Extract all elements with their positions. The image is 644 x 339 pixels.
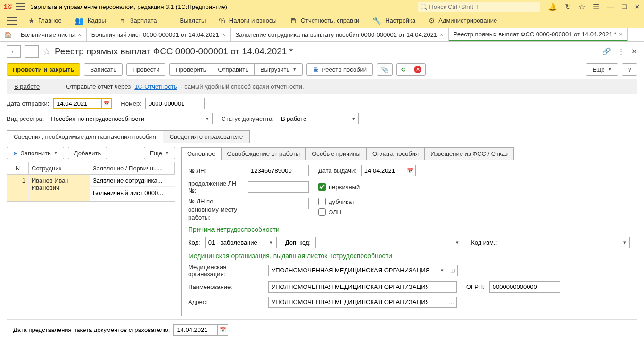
menu-admin[interactable]: ⚙Администрирование	[422, 13, 504, 28]
kind-input[interactable]	[48, 113, 202, 124]
forward-button[interactable]: →	[25, 45, 39, 58]
minimize-icon[interactable]: —	[607, 2, 614, 11]
menu-nastroika[interactable]: 🔧Настройка	[366, 13, 422, 28]
addr-input[interactable]	[268, 297, 446, 308]
menu-burger-icon[interactable]	[7, 17, 17, 25]
close-icon[interactable]: ×	[440, 31, 444, 38]
fill-button[interactable]: ➤Заполнить▼	[7, 147, 64, 159]
chevron-down-icon[interactable]: ▾	[619, 237, 630, 248]
status-input[interactable]	[278, 113, 348, 124]
app-title: Зарплата и управление персоналом, редакц…	[30, 3, 227, 10]
filter-icon[interactable]: ☰	[593, 2, 599, 11]
check-button[interactable]: Проверить	[169, 63, 212, 76]
menu-kadry[interactable]: 👥Кадры	[68, 13, 113, 28]
back-button[interactable]: ←	[7, 45, 21, 58]
refresh-button[interactable]: ↻	[396, 63, 410, 76]
post-button[interactable]: Провести	[126, 63, 166, 76]
code-input[interactable]	[205, 237, 266, 248]
chevron-down-icon[interactable]: ▾	[452, 237, 462, 248]
menu-label: Зарплата	[130, 17, 157, 24]
star-icon[interactable]: ☆	[578, 2, 585, 11]
medorg-input[interactable]	[268, 265, 437, 276]
close-icon[interactable]: ×	[222, 31, 226, 38]
tab-registry[interactable]: Реестр прямых выплат ФСС 0000-000001 от …	[449, 28, 628, 41]
chevron-down-icon[interactable]: ▾	[437, 265, 447, 276]
calendar-icon[interactable]: 📅	[405, 165, 416, 176]
kind-label: Вид реестра:	[7, 115, 44, 122]
codechg-input[interactable]	[502, 237, 619, 248]
menu-otchetnost[interactable]: 🗎Отчетность, справки	[283, 13, 366, 28]
number-input[interactable]	[145, 98, 205, 109]
info-link[interactable]: 1С-Отчетность	[134, 83, 177, 90]
table-row[interactable]: 1 Иванов Иван Иванович Заявление сотрудн…	[7, 175, 175, 201]
menu-nalogi[interactable]: %Налоги и взносы	[212, 13, 283, 28]
menu-main[interactable]: ★Главное	[22, 13, 68, 28]
cont-input[interactable]	[248, 181, 309, 193]
attach-button[interactable]: 📎	[377, 63, 393, 76]
tab-svedeniya[interactable]: Сведения, необходимые для назначения пос…	[7, 130, 163, 143]
favorite-icon[interactable]: ☆	[42, 46, 51, 57]
chevron-down-icon[interactable]: ▾	[266, 237, 277, 248]
close-icon[interactable]: ✕	[634, 2, 640, 11]
post-close-button[interactable]: Провести и закрыть	[7, 63, 80, 76]
addcode-input[interactable]	[315, 237, 452, 248]
home-tab[interactable]: 🏠	[0, 28, 16, 41]
close-icon[interactable]: ×	[619, 31, 623, 38]
add-button[interactable]: Добавить	[68, 147, 107, 159]
chevron-down-icon[interactable]: ▾	[202, 113, 213, 124]
help-button[interactable]: ?	[622, 63, 637, 76]
ln-input[interactable]	[248, 165, 309, 176]
col-n[interactable]: N	[7, 162, 29, 174]
col-employee[interactable]: Сотрудник	[29, 162, 90, 174]
bell-icon[interactable]: 🔔	[548, 2, 557, 11]
col-doc[interactable]: Заявление / Первичны...	[90, 162, 175, 174]
subtab-main[interactable]: Основное	[181, 147, 222, 160]
registry-button[interactable]: 🖶Реестр пособий	[306, 63, 373, 76]
search-input[interactable]	[418, 2, 540, 12]
primary-check[interactable]: первичный	[318, 183, 360, 191]
history-icon[interactable]: ↻	[565, 2, 571, 11]
issue-input[interactable]	[361, 165, 405, 176]
people-icon: 👥	[75, 17, 84, 25]
burger-icon[interactable]	[16, 3, 25, 10]
menu-vyplaty[interactable]: ≣Выплаты	[164, 13, 213, 28]
status-field: ▾	[278, 113, 359, 124]
maximize-icon[interactable]: □	[622, 2, 627, 11]
subtab-payment[interactable]: Оплата пособия	[366, 147, 425, 160]
more-button[interactable]: Еще▼	[144, 147, 175, 159]
close-icon[interactable]: ×	[78, 31, 82, 38]
tab-sicklist[interactable]: Больничный лист 0000-000001 от 14.04.202…	[87, 28, 231, 41]
subtab-release[interactable]: Освобождение от работы	[221, 147, 306, 160]
medorg-label: Медицинская организация:	[188, 263, 264, 278]
dup-check[interactable]: дубликат	[318, 198, 355, 205]
ellipsis-icon[interactable]: …	[446, 297, 457, 308]
link-icon[interactable]: 🔗	[602, 47, 611, 56]
subtab-notice[interactable]: Извещение из ФСС / Отказ	[424, 147, 514, 160]
mainplace-input[interactable]	[248, 198, 309, 209]
send-date-field: 📅	[53, 98, 112, 109]
chevron-down-icon[interactable]: ▾	[348, 113, 359, 124]
status-text[interactable]: В работе	[14, 83, 40, 90]
cancel-button[interactable]: ✕	[410, 63, 426, 76]
submit-date-input[interactable]	[173, 324, 218, 336]
calendar-icon[interactable]: 📅	[218, 324, 228, 336]
ogrn-input[interactable]	[489, 281, 560, 293]
calendar-icon[interactable]: 📅	[102, 98, 112, 109]
main-tabs: Сведения, необходимые для назначения пос…	[7, 130, 637, 143]
send-button[interactable]: Отправить	[212, 63, 254, 76]
name-input[interactable]	[268, 281, 457, 293]
open-icon[interactable]: ◫	[447, 265, 458, 276]
send-date-input[interactable]	[53, 98, 102, 109]
menu-zarplata[interactable]: 🖩Зарплата	[113, 13, 164, 28]
close-icon[interactable]: ✕	[631, 47, 637, 56]
export-button[interactable]: Выгрузить▼	[254, 63, 303, 76]
save-button[interactable]: Записать	[84, 63, 123, 76]
bottom-row: Дата представления пакета документов стр…	[7, 319, 637, 339]
more-button[interactable]: Еще▼	[586, 63, 618, 76]
eln-check[interactable]: ЭЛН	[318, 208, 355, 216]
tab-strahovatel[interactable]: Сведения о страхователе	[163, 130, 250, 143]
tab-sicklists[interactable]: Больничные листы×	[16, 28, 87, 41]
subtab-special[interactable]: Особые причины	[305, 147, 367, 160]
kebab-icon[interactable]: ⋮	[618, 47, 625, 56]
tab-application[interactable]: Заявление сотрудника на выплату пособия …	[231, 28, 448, 41]
